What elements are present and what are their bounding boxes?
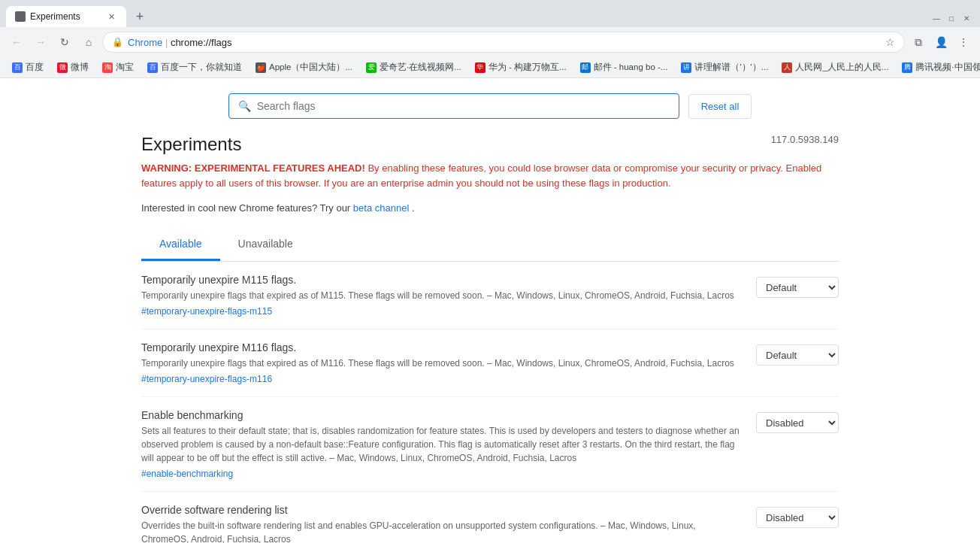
- bookmark-item-11[interactable]: 腾 腾讯视频·中国领先...: [896, 59, 980, 76]
- maximize-button[interactable]: □: [944, 11, 959, 26]
- flag-item-3: Enable benchmarking Sets all features to…: [141, 397, 839, 492]
- bookmark-item-3[interactable]: 淘 淘宝: [96, 59, 140, 76]
- warning-text: WARNING: EXPERIMENTAL FEATURES AHEAD! By…: [141, 161, 839, 190]
- bookmark-item-10[interactable]: 人 人民网_人民上的人民...: [776, 59, 894, 76]
- bookmark-label-9: 讲理解谱（'）'）...: [694, 62, 768, 73]
- flag-item-4: Override software rendering list Overrid…: [141, 492, 839, 543]
- flag-tabs: Available Unavailable: [141, 229, 839, 262]
- bookmark-label-2: 微博: [71, 62, 89, 73]
- version-text: 117.0.5938.149: [771, 134, 839, 145]
- flag-control-1: Default Enabled Disabled: [756, 274, 839, 298]
- protocol-name: Chrome: [128, 37, 162, 48]
- flag-control-4: Default Enabled Disabled: [756, 504, 839, 528]
- bookmark-item-5[interactable]: 🍎 Apple（中国大陆）...: [250, 59, 358, 76]
- flag-info-3: Enable benchmarking Sets all features to…: [141, 409, 744, 479]
- interested-prefix: Interested in cool new Chrome features? …: [141, 202, 353, 214]
- flag-name-3: Enable benchmarking: [141, 409, 744, 421]
- flag-select-2[interactable]: Default Enabled Disabled: [756, 344, 839, 366]
- bookmark-label-7: 华为 - 构建万物互...: [488, 62, 567, 73]
- protocol-label: Chrome | chrome://flags: [128, 37, 881, 48]
- flag-desc-3: Sets all features to their default state…: [141, 424, 744, 465]
- flag-select-1[interactable]: Default Enabled Disabled: [756, 277, 839, 298]
- bookmark-item-8[interactable]: 邮 邮件 - huang bo -...: [574, 59, 674, 76]
- active-tab[interactable]: Experiments ✕: [6, 6, 126, 27]
- tab-available[interactable]: Available: [141, 229, 220, 261]
- bookmark-favicon-9: 讲: [681, 62, 691, 73]
- tab-unavailable[interactable]: Unavailable: [220, 229, 311, 261]
- navigation-bar: ← → ↻ ⌂ 🔒 Chrome | chrome://flags ☆ ⧉ 👤 …: [0, 27, 980, 57]
- search-bar-wrapper: 🔍: [228, 93, 679, 119]
- forward-button[interactable]: →: [30, 32, 51, 53]
- search-input[interactable]: [257, 100, 670, 112]
- page-title: Experiments: [141, 134, 241, 155]
- flag-select-4[interactable]: Default Enabled Disabled: [756, 507, 839, 528]
- minimize-button[interactable]: —: [929, 11, 944, 26]
- profile-button[interactable]: 👤: [930, 32, 951, 53]
- bookmark-favicon-2: 微: [57, 62, 68, 73]
- interested-suffix: .: [412, 202, 415, 214]
- address-path: chrome://flags: [171, 37, 232, 48]
- search-icon: 🔍: [238, 100, 251, 112]
- extensions-button[interactable]: ⧉: [908, 32, 929, 53]
- bookmark-favicon-11: 腾: [902, 62, 912, 73]
- bookmark-favicon-8: 邮: [580, 62, 591, 73]
- flag-link-3[interactable]: #enable-benchmarking: [141, 469, 233, 479]
- flag-info-4: Override software rendering list Overrid…: [141, 504, 744, 543]
- experiments-header: Experiments 117.0.5938.149: [141, 134, 839, 155]
- protocol-separator: |: [165, 37, 171, 48]
- bookmark-favicon-6: 爱: [366, 62, 377, 73]
- tab-close-button[interactable]: ✕: [105, 11, 117, 23]
- flag-link-1[interactable]: #temporary-unexpire-flags-m115: [141, 306, 272, 317]
- bookmark-favicon-1: 百: [12, 62, 23, 73]
- reset-all-button[interactable]: Reset all: [688, 94, 752, 119]
- reload-button[interactable]: ↻: [54, 32, 75, 53]
- flag-link-2[interactable]: #temporary-unexpire-flags-m116: [141, 374, 272, 384]
- bookmark-item-9[interactable]: 讲 讲理解谱（'）'）...: [675, 59, 774, 76]
- flag-item-2: Temporarily unexpire M116 flags. Tempora…: [141, 329, 839, 397]
- flag-item-1: Temporarily unexpire M115 flags. Tempora…: [141, 262, 839, 329]
- bookmark-favicon-10: 人: [782, 62, 792, 73]
- bookmark-favicon-3: 淘: [102, 62, 113, 73]
- warning-bold: WARNING: EXPERIMENTAL FEATURES AHEAD!: [141, 162, 365, 174]
- new-tab-button[interactable]: +: [129, 6, 150, 27]
- bookmark-item-1[interactable]: 百 百度: [6, 59, 50, 76]
- flags-page: 🔍 Reset all Experiments 117.0.5938.149 W…: [129, 78, 851, 543]
- star-icon[interactable]: ☆: [885, 36, 895, 48]
- home-button[interactable]: ⌂: [78, 32, 99, 53]
- bookmark-item-7[interactable]: 华 华为 - 构建万物互...: [469, 59, 573, 76]
- flag-name-2: Temporarily unexpire M116 flags.: [141, 341, 744, 353]
- back-button[interactable]: ←: [6, 32, 27, 53]
- tab-favicon: [15, 11, 26, 22]
- bookmark-item-4[interactable]: 百 百度一下，你就知道: [141, 59, 248, 76]
- flag-control-3: Default Enabled Disabled: [756, 409, 839, 433]
- address-bar[interactable]: 🔒 Chrome | chrome://flags ☆: [102, 32, 905, 53]
- bookmark-label-3: 淘宝: [116, 62, 134, 73]
- flag-name-1: Temporarily unexpire M115 flags.: [141, 274, 744, 286]
- flag-select-3[interactable]: Default Enabled Disabled: [756, 412, 839, 433]
- flag-info-2: Temporarily unexpire M116 flags. Tempora…: [141, 341, 744, 384]
- flag-desc-1: Temporarily unexpire flags that expired …: [141, 289, 744, 302]
- flag-info-1: Temporarily unexpire M115 flags. Tempora…: [141, 274, 744, 317]
- page-content: 🔍 Reset all Experiments 117.0.5938.149 W…: [0, 78, 980, 543]
- bookmark-item-2[interactable]: 微 微博: [51, 59, 95, 76]
- menu-button[interactable]: ⋮: [953, 32, 974, 53]
- tab-bar: Experiments ✕ + — □ ✕: [0, 0, 980, 27]
- beta-channel-link[interactable]: beta channel: [353, 202, 409, 214]
- tab-title: Experiments: [30, 11, 101, 22]
- bookmarks-bar: 百 百度 微 微博 淘 淘宝 百 百度一下，你就知道 🍎 Apple（中国大陆）…: [0, 57, 980, 78]
- bookmark-favicon-5: 🍎: [256, 62, 266, 73]
- bookmark-favicon-4: 百: [147, 62, 158, 73]
- bookmark-label-6: 爱奇艺·在线视频网...: [380, 62, 461, 73]
- flag-name-4: Override software rendering list: [141, 504, 744, 516]
- bookmark-label-4: 百度一下，你就知道: [161, 62, 242, 73]
- nav-action-buttons: ⧉ 👤 ⋮: [908, 32, 974, 53]
- close-window-button[interactable]: ✕: [959, 11, 974, 26]
- lock-icon: 🔒: [112, 37, 123, 47]
- browser-frame: Experiments ✕ + — □ ✕ ← → ↻ ⌂ 🔒 Chrome |…: [0, 0, 980, 543]
- flag-desc-4: Overrides the built-in software renderin…: [141, 519, 744, 543]
- bookmark-item-6[interactable]: 爱 爱奇艺·在线视频网...: [360, 59, 467, 76]
- flag-desc-2: Temporarily unexpire flags that expired …: [141, 356, 744, 370]
- interested-text: Interested in cool new Chrome features? …: [141, 202, 839, 214]
- bookmark-label-11: 腾讯视频·中国领先...: [915, 62, 980, 73]
- bookmark-label-8: 邮件 - huang bo -...: [594, 62, 668, 73]
